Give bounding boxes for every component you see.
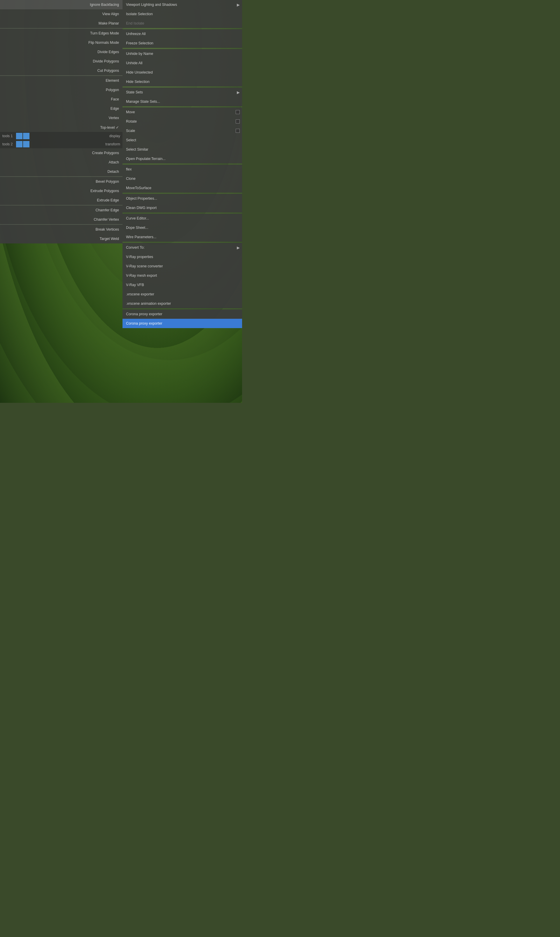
chamfer-vertex-item[interactable]: Chamfer Vertex [0,215,123,224]
chamfer-edge-item[interactable]: Chamfer Edge [0,205,123,215]
viewport-lighting-item[interactable]: Viewport Lighting and Shadows ▶ [123,0,242,9]
toolbar-block-2b[interactable] [23,141,29,147]
vray-vfb-item[interactable]: V-Ray VFB [123,280,242,290]
transform-label: transform [103,142,123,146]
flip-normals-mode-item[interactable]: Flip Normals Mode [0,38,123,47]
bevel-polygon-item[interactable]: Bevel Polygon [0,177,123,186]
unhide-by-name-item[interactable]: Unhide by Name [123,49,242,59]
toolbar-row-2: tools 2 transform [0,140,123,148]
freeze-selection-item[interactable]: Freeze Selection [123,39,242,48]
right-sep-9 [123,309,242,309]
make-planar-item[interactable]: Make Planar [0,19,123,28]
end-isolate-item[interactable]: End Isolate [123,19,242,28]
vray-properties-item[interactable]: V-Ray properties [123,252,242,262]
manage-state-sets-item[interactable]: Manage State Sets... [123,97,242,106]
right-sep-7 [123,213,242,213]
isolate-selection-item[interactable]: Isolate Selection [123,9,242,19]
unfreeze-all-item[interactable]: Unfreeze All [123,29,242,39]
right-sep-5 [123,164,242,164]
toolbar-block-1b[interactable] [23,133,29,139]
cut-polygons-item[interactable]: Cut Polygons [0,66,123,75]
corona-proxy-exporter-active-item[interactable]: Corona proxy exporter [123,319,242,328]
face-item[interactable]: Face [0,94,123,104]
right-sep-8 [123,242,242,242]
hide-unselected-item[interactable]: Hide Unselected [123,68,242,77]
move-to-surface-item[interactable]: MoveToSurface [123,183,242,193]
right-sep-4 [123,107,242,107]
flex-item[interactable]: flex [123,165,242,174]
unhide-all-item[interactable]: Unhide All [123,59,242,68]
view-align-item[interactable]: View Align [0,9,123,19]
vertex-item[interactable]: Vertex [0,113,123,123]
right-sep-2 [123,48,242,49]
scale-item[interactable]: Scale [123,126,242,136]
toolbar-blocks-1 [16,133,29,139]
break-vertices-item[interactable]: Break Vertices [0,225,123,234]
vrscene-exporter-item[interactable]: .vrscene exporter [123,290,242,299]
dope-sheet-item[interactable]: Dope Sheet... [123,223,242,232]
clean-dwg-import-item[interactable]: Clean DWG import [123,203,242,213]
tools1-label: tools 1 [0,134,15,138]
curve-editor-item[interactable]: Curve Editor... [123,214,242,223]
ignore-backfacing-item[interactable]: Ignore Backfacing [0,0,123,9]
rotate-item[interactable]: Rotate [123,117,242,126]
hide-selection-item[interactable]: Hide Selection [123,77,242,86]
display-label: display [107,134,123,138]
arrow-icon: ▶ [237,3,240,7]
extrude-polygons-item[interactable]: Extrude Polygons [0,186,123,196]
scale-square-icon [236,129,240,133]
left-menu-panel: Ignore Backfacing View Align Make Planar… [0,0,123,244]
divide-edges-item[interactable]: Divide Edges [0,47,123,57]
arrow-icon-2: ▶ [237,90,240,94]
polygon-item[interactable]: Polygon [0,85,123,94]
object-properties-item[interactable]: Object Properties... [123,194,242,203]
open-populate-terrain-item[interactable]: Open Populate:Terrain... [123,154,242,164]
toolbar-row-1: tools 1 display [0,132,123,140]
target-weld-item[interactable]: Target Weld [0,234,123,244]
right-menu-panel: Viewport Lighting and Shadows ▶ Isolate … [123,0,242,328]
top-level-item[interactable]: Top-level ✓ [0,123,123,132]
vray-mesh-export-item[interactable]: V-Ray mesh export [123,271,242,280]
divide-polygons-item[interactable]: Divide Polygons [0,57,123,66]
select-item[interactable]: Select [123,136,242,145]
element-item[interactable]: Element [0,76,123,85]
select-similar-item[interactable]: Select Similar [123,145,242,154]
corona-proxy-exporter-item[interactable]: Corona proxy exporter [123,309,242,319]
arrow-icon-3: ▶ [237,245,240,250]
right-sep-6 [123,193,242,193]
toolbar-blocks-2 [16,141,29,147]
convert-to-item[interactable]: Convert To: ▶ [123,243,242,252]
right-sep-1 [123,28,242,29]
move-square-icon [236,110,240,114]
toolbar-block-1a[interactable] [16,133,23,139]
vrscene-animation-exporter-item[interactable]: .vrscene animation exporter [123,299,242,308]
create-polygons-item[interactable]: Create Polygons [0,148,123,157]
rotate-square-icon [236,119,240,123]
attach-item[interactable]: Attach [0,157,123,167]
state-sets-item[interactable]: State Sets ▶ [123,88,242,97]
detach-item[interactable]: Detach [0,167,123,176]
tools2-label: tools 2 [0,142,15,146]
extrude-edge-item[interactable]: Extrude Edge [0,196,123,205]
right-sep-3 [123,87,242,87]
edge-item[interactable]: Edge [0,104,123,113]
turn-edges-mode-item[interactable]: Turn Edges Mode [0,29,123,38]
wire-parameters-item[interactable]: Wire Parameters... [123,232,242,242]
clone-item[interactable]: Clone [123,174,242,183]
vray-scene-converter-item[interactable]: V-Ray scene converter [123,262,242,271]
toolbar-block-2a[interactable] [16,141,23,147]
move-item[interactable]: Move [123,107,242,117]
